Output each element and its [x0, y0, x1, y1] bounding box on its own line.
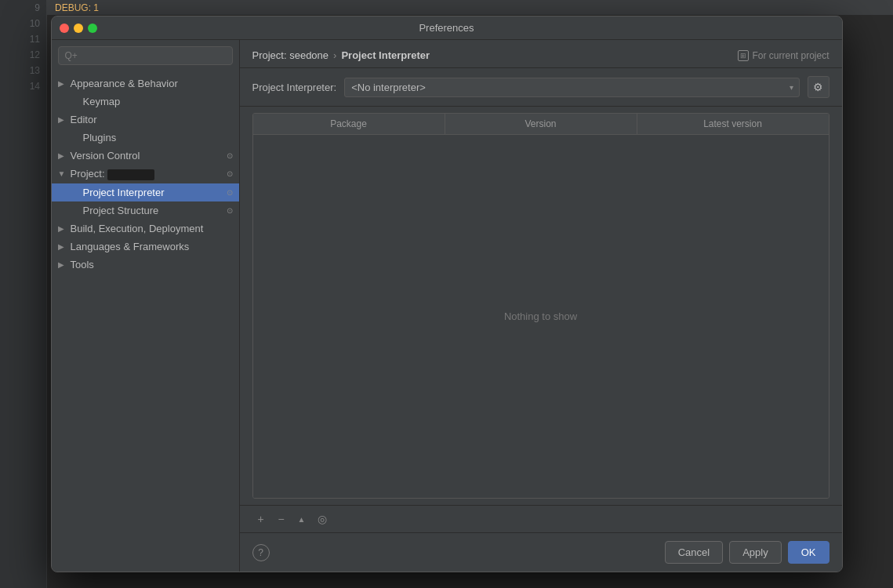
sidebar-items: ▶ Appearance & Behavior Keymap ▶ Editor: [52, 71, 239, 572]
interpreter-row: Project Interpreter: <No interpreter> ▾ …: [240, 68, 842, 107]
sidebar-item-project-structure[interactable]: Project Structure ⊙: [52, 201, 239, 220]
sidebar-item-appearance[interactable]: ▶ Appearance & Behavior: [52, 74, 239, 93]
sidebar-item-label: Project:: [71, 168, 223, 180]
col-latest-version: Latest version: [637, 114, 829, 134]
breadcrumb: Project: seedone › Project Interpreter: [252, 49, 430, 61]
dialog-title: Preferences: [419, 22, 474, 34]
breadcrumb-separator: ›: [333, 49, 336, 61]
col-version: Version: [445, 114, 637, 134]
interpreter-select[interactable]: <No interpreter>: [344, 78, 799, 97]
copy-icon: ⊙: [227, 206, 233, 215]
dialog-body: ▶ Appearance & Behavior Keymap ▶ Editor: [52, 40, 842, 572]
sidebar: ▶ Appearance & Behavior Keymap ▶ Editor: [52, 40, 240, 572]
arrow-icon: ▶: [58, 151, 67, 160]
help-button[interactable]: ?: [252, 544, 270, 561]
sidebar-item-tools[interactable]: ▶ Tools: [52, 256, 239, 274]
maximize-button[interactable]: [88, 24, 97, 33]
table-header: Package Version Latest version: [253, 114, 829, 135]
breadcrumb-project: Project: seedone: [252, 49, 329, 61]
sidebar-item-project-interpreter[interactable]: Project Interpreter ⊙: [52, 183, 239, 201]
arrow-icon: ▶: [58, 260, 67, 269]
gear-icon: ⚙: [813, 81, 823, 93]
arrow-icon: ▶: [58, 79, 67, 88]
table-body: Nothing to show: [253, 135, 829, 498]
copy-icon: ⊙: [227, 151, 233, 160]
search-input[interactable]: [58, 46, 233, 65]
project-icon: ⊞: [738, 50, 749, 61]
interpreter-label: Project Interpreter:: [252, 82, 337, 93]
preferences-dialog: Preferences ▶ Appearance & Behavior: [51, 16, 843, 572]
minimize-button[interactable]: [74, 24, 83, 33]
sidebar-item-keymap[interactable]: Keymap: [52, 93, 239, 111]
for-current-label: For current project: [752, 50, 829, 61]
dialog-footer: ? Cancel Apply OK: [240, 532, 842, 572]
breadcrumb-current: Project Interpreter: [341, 49, 430, 61]
sidebar-item-label: Version Control: [71, 150, 223, 162]
copy-icon: ⊙: [227, 188, 233, 197]
modal-overlay: Preferences ▶ Appearance & Behavior: [0, 0, 893, 588]
sidebar-item-label: Project Interpreter: [83, 187, 223, 198]
arrow-icon: ▶: [58, 242, 67, 251]
title-bar: Preferences: [52, 16, 842, 40]
table-toolbar: + − ▲ ◎: [240, 505, 842, 532]
sidebar-item-label: Build, Execution, Deployment: [71, 223, 233, 234]
sidebar-item-version-control[interactable]: ▶ Version Control ⊙: [52, 147, 239, 165]
interpreter-select-wrapper: <No interpreter> ▾: [344, 78, 799, 97]
main-content: Project: seedone › Project Interpreter ⊞…: [240, 40, 842, 572]
remove-package-button[interactable]: −: [273, 510, 290, 528]
copy-icon: ⊙: [227, 169, 233, 178]
arrow-icon: ▼: [58, 169, 67, 178]
sidebar-item-label: Languages & Frameworks: [71, 241, 233, 252]
gear-button[interactable]: ⚙: [808, 76, 829, 98]
show-all-button[interactable]: ◎: [314, 510, 331, 528]
empty-message: Nothing to show: [504, 310, 577, 322]
close-button[interactable]: [60, 24, 69, 33]
ok-button[interactable]: OK: [788, 541, 829, 564]
sidebar-item-label: Tools: [71, 259, 233, 270]
sidebar-item-languages[interactable]: ▶ Languages & Frameworks: [52, 238, 239, 256]
add-package-button[interactable]: +: [252, 510, 270, 528]
content-header: Project: seedone › Project Interpreter ⊞…: [240, 40, 842, 68]
sidebar-item-plugins[interactable]: Plugins: [52, 129, 239, 147]
cancel-button[interactable]: Cancel: [665, 541, 723, 564]
col-package: Package: [253, 114, 445, 134]
for-current-project: ⊞ For current project: [738, 50, 829, 61]
traffic-lights: [60, 24, 97, 33]
sidebar-item-label: Plugins: [83, 132, 233, 143]
footer-right: Cancel Apply OK: [665, 541, 829, 564]
apply-button[interactable]: Apply: [729, 541, 782, 564]
sidebar-item-project[interactable]: ▼ Project: ⊙: [52, 165, 239, 183]
arrow-icon: ▶: [58, 224, 67, 233]
sidebar-item-label: Appearance & Behavior: [71, 78, 233, 89]
sidebar-item-label: Project Structure: [83, 205, 223, 216]
sidebar-item-editor[interactable]: ▶ Editor: [52, 111, 239, 129]
packages-table: Package Version Latest version Nothing t…: [252, 113, 829, 499]
sidebar-item-build[interactable]: ▶ Build, Execution, Deployment: [52, 220, 239, 238]
up-button[interactable]: ▲: [293, 510, 310, 528]
sidebar-item-label: Editor: [71, 114, 233, 125]
footer-left: ?: [252, 544, 270, 561]
arrow-icon: ▶: [58, 115, 67, 124]
sidebar-item-label: Keymap: [83, 96, 233, 107]
